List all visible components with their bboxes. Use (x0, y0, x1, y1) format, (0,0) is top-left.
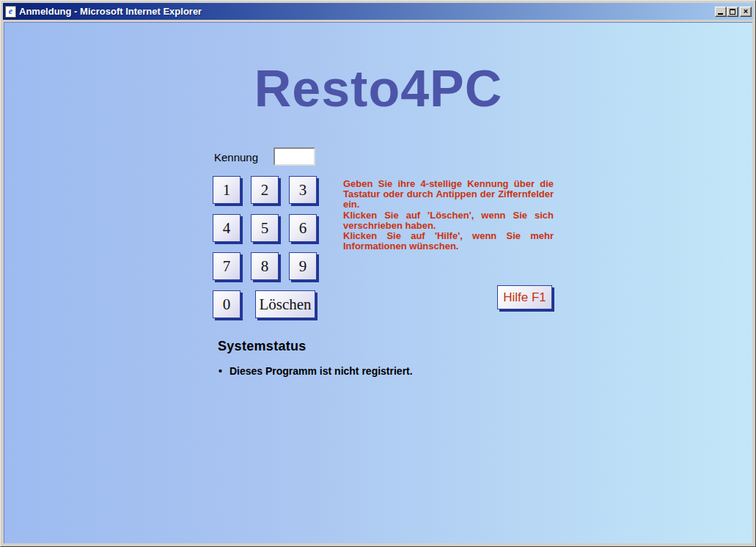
maximize-icon (730, 9, 735, 15)
status-item-text: Dieses Programm ist nicht registriert. (230, 365, 413, 377)
keypad-button-9[interactable]: 9 (289, 252, 317, 280)
keypad-button-5[interactable]: 5 (251, 214, 279, 242)
minimize-icon (718, 13, 723, 15)
systemstatus-heading: Systemstatus (218, 339, 307, 354)
keypad-button-1[interactable]: 1 (213, 176, 241, 204)
keypad-button-3[interactable]: 3 (289, 176, 317, 204)
instructions-text: Geben Sie ihre 4-stellige Kennung über d… (343, 179, 554, 252)
bullet-icon: • (219, 365, 222, 377)
keypad-button-2[interactable]: 2 (251, 176, 279, 204)
browser-window: e Anmeldung - Microsoft Internet Explore… (0, 0, 756, 547)
keypad-button-0[interactable]: 0 (213, 290, 241, 318)
status-list-item: • Dieses Programm ist nicht registriert. (219, 365, 413, 377)
keypad-button-7[interactable]: 7 (213, 252, 241, 280)
internet-explorer-icon: e (5, 6, 16, 18)
loeschen-button[interactable]: Löschen (255, 290, 315, 318)
keypad-button-8[interactable]: 8 (251, 252, 279, 280)
instruction-line-2: Klicken Sie auf 'Löschen', wenn Sie sich… (343, 210, 554, 231)
close-button[interactable]: × (740, 7, 752, 17)
app-title: Resto4PC (4, 63, 752, 114)
minimize-button[interactable] (715, 7, 727, 17)
kennung-label: Kennung (214, 151, 258, 164)
window-title: Anmeldung - Microsoft Internet Explorer (19, 6, 202, 17)
keypad-button-6[interactable]: 6 (289, 214, 317, 242)
keypad-button-4[interactable]: 4 (213, 214, 241, 242)
page-content: Resto4PC Kennung 1 2 3 4 5 6 7 8 9 0 Lös… (4, 22, 752, 543)
kennung-input[interactable] (274, 147, 315, 166)
maximize-button[interactable] (727, 7, 738, 17)
titlebar[interactable]: e Anmeldung - Microsoft Internet Explore… (3, 3, 753, 20)
window-controls: × (715, 7, 752, 17)
hilfe-button[interactable]: Hilfe F1 (497, 285, 552, 309)
instruction-line-3: Klicken Sie auf 'Hilfe', wenn Sie mehr I… (343, 231, 554, 252)
instruction-line-1: Geben Sie ihre 4-stellige Kennung über d… (343, 179, 554, 210)
